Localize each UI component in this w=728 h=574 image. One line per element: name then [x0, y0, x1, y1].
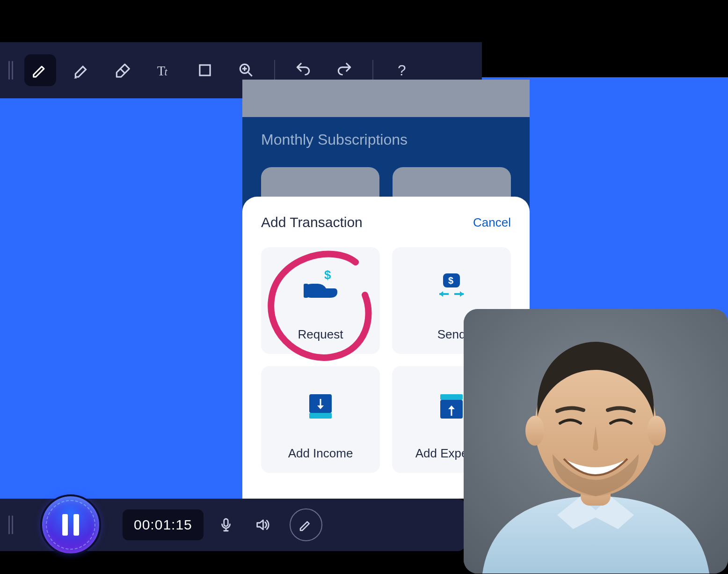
recording-timer: 00:01:15 [123, 509, 204, 540]
tile-label: Send [437, 327, 466, 342]
highlighter-tool-button[interactable] [66, 54, 97, 86]
svg-text:$: $ [324, 270, 331, 282]
sheet-title: Add Transaction [261, 214, 363, 230]
cancel-button[interactable]: Cancel [473, 215, 511, 230]
undo-icon [294, 61, 312, 79]
send-money-icon: $ [433, 270, 470, 304]
toolbar-divider [274, 60, 275, 81]
pen-icon [298, 517, 313, 532]
zoom-in-icon [237, 61, 255, 79]
tile-label: Add Income [288, 446, 353, 461]
svg-text:?: ? [398, 62, 406, 79]
speaker-button[interactable] [248, 511, 277, 539]
microphone-button[interactable] [212, 511, 240, 539]
stage: Tt ? Monthly Subscriptions [0, 23, 728, 574]
speaker-icon [255, 517, 270, 533]
eraser-icon [114, 61, 131, 79]
rectangle-icon [196, 61, 214, 79]
svg-rect-18 [309, 413, 332, 419]
svg-point-29 [647, 416, 666, 446]
draw-toggle-button[interactable] [290, 508, 322, 541]
add-income-icon [302, 389, 339, 423]
svg-rect-10 [304, 284, 308, 298]
request-money-icon: $ [302, 270, 339, 304]
tile-label: Request [298, 327, 343, 342]
toolbar-divider [372, 60, 373, 81]
svg-rect-30 [224, 519, 228, 526]
pen-icon [31, 61, 49, 79]
svg-line-0 [120, 69, 125, 74]
svg-marker-14 [439, 291, 443, 297]
add-income-tile[interactable]: Add Income [261, 366, 380, 473]
pen-tool-button[interactable] [24, 54, 56, 86]
rectangle-tool-button[interactable] [189, 54, 221, 86]
redo-icon [335, 61, 353, 79]
pause-icon [62, 514, 79, 536]
microphone-icon [218, 517, 234, 533]
pause-recording-button[interactable] [40, 494, 101, 555]
help-icon: ? [393, 61, 410, 79]
request-tile[interactable]: $ Request [261, 247, 380, 354]
section-title: Monthly Subscriptions [261, 131, 511, 148]
svg-text:$: $ [448, 275, 453, 286]
text-tool-button[interactable]: Tt [148, 54, 180, 86]
text-icon: Tt [155, 61, 173, 79]
svg-point-28 [525, 416, 544, 446]
svg-marker-16 [460, 291, 464, 297]
avatar-placeholder-icon [464, 309, 728, 574]
svg-text:t: t [165, 66, 168, 78]
drag-handle-icon[interactable] [8, 61, 15, 80]
svg-rect-21 [440, 394, 463, 400]
drag-handle-icon[interactable] [8, 515, 13, 534]
highlighter-icon [73, 61, 90, 79]
webcam-preview[interactable] [464, 309, 728, 574]
svg-line-5 [248, 73, 252, 76]
recording-toolbar: 00:01:15 [0, 499, 466, 551]
eraser-tool-button[interactable] [107, 54, 138, 86]
svg-text:T: T [157, 64, 165, 78]
svg-rect-3 [200, 65, 210, 75]
